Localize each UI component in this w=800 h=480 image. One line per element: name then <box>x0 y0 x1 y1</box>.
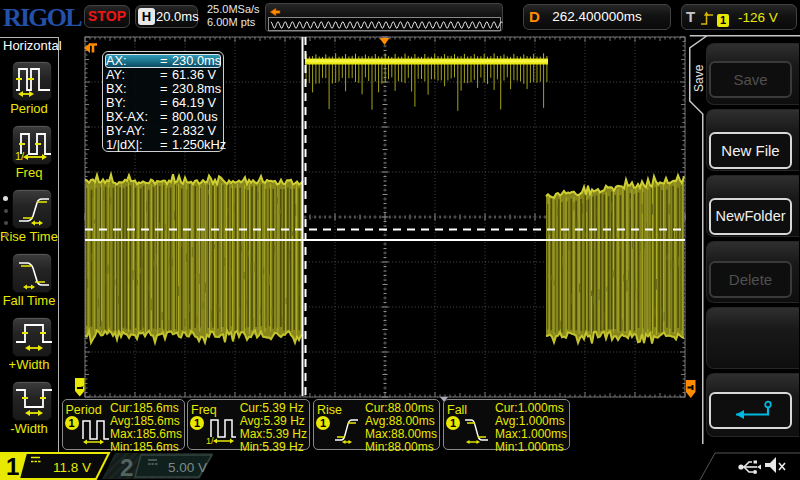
svg-text:11.8 V: 11.8 V <box>53 460 91 475</box>
svg-text:1/: 1/ <box>206 436 214 445</box>
svg-text:2: 2 <box>120 454 133 480</box>
svg-text:1/: 1/ <box>15 150 25 162</box>
svg-text:1: 1 <box>6 453 19 480</box>
svg-text:5.00 V: 5.00 V <box>168 460 207 475</box>
svg-text:Save: Save <box>692 64 706 92</box>
